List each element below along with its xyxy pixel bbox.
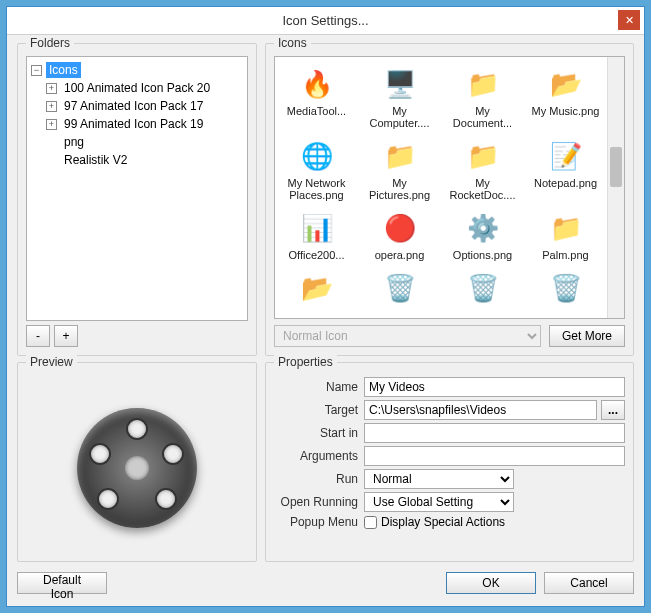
icon-my-computer-label: My Computer....: [364, 105, 436, 129]
arguments-label: Arguments: [274, 449, 364, 463]
tree-item[interactable]: 99 Animated Icon Pack 19: [61, 116, 206, 132]
add-folder-button[interactable]: +: [54, 325, 78, 347]
icon-row5-a-glyph: 📂: [298, 269, 336, 307]
get-more-button[interactable]: Get More: [549, 325, 625, 347]
icon-row5-d[interactable]: 🗑️: [524, 267, 607, 311]
open-running-select[interactable]: Use Global Setting: [364, 492, 514, 512]
tree-expand-icon[interactable]: +: [46, 119, 57, 130]
icons-label: Icons: [274, 36, 311, 50]
icon-my-documents[interactable]: 📁My Document...: [441, 63, 524, 131]
icon-office-label: Office200...: [288, 249, 344, 261]
content-area: Folders − Icons +100 Animated Icon Pack …: [7, 35, 644, 606]
name-input[interactable]: [364, 377, 625, 397]
run-select[interactable]: Normal: [364, 469, 514, 489]
target-input[interactable]: [364, 400, 597, 420]
startin-input[interactable]: [364, 423, 625, 443]
default-icon-button[interactable]: Default Icon: [17, 572, 107, 594]
browse-button[interactable]: ...: [601, 400, 625, 420]
icon-my-music[interactable]: 📂My Music.png: [524, 63, 607, 131]
display-special-label: Display Special Actions: [381, 515, 505, 529]
tree-expand-icon[interactable]: +: [46, 83, 57, 94]
icon-my-network-glyph: 🌐: [298, 137, 336, 175]
icon-notepad-label: Notepad.png: [534, 177, 597, 189]
startin-label: Start in: [274, 426, 364, 440]
dialog-buttons: Default Icon OK Cancel: [17, 568, 634, 598]
icon-row5-d-glyph: 🗑️: [547, 269, 585, 307]
icon-my-pictures-glyph: 📁: [381, 137, 419, 175]
icon-rocketdock[interactable]: 📁My RocketDoc....: [441, 135, 524, 203]
tree-root[interactable]: Icons: [46, 62, 81, 78]
folders-label: Folders: [26, 36, 74, 50]
icon-palm-glyph: 📁: [547, 209, 585, 247]
icon-mediatool[interactable]: 🔥MediaTool...: [275, 63, 358, 131]
icon-palm[interactable]: 📁Palm.png: [524, 207, 607, 263]
icons-listview: 🔥MediaTool...🖥️My Computer....📁My Docume…: [274, 56, 625, 319]
icon-my-network-label: My Network Places.png: [281, 177, 353, 201]
icon-type-select[interactable]: Normal Icon: [274, 325, 541, 347]
icon-my-music-glyph: 📂: [547, 65, 585, 103]
icon-options[interactable]: ⚙️Options.png: [441, 207, 524, 263]
close-button[interactable]: ✕: [618, 10, 640, 30]
icon-office-glyph: 📊: [298, 209, 336, 247]
properties-group: Properties Name Target ... Start in Argu…: [265, 362, 634, 562]
remove-folder-button[interactable]: -: [26, 325, 50, 347]
icon-my-computer[interactable]: 🖥️My Computer....: [358, 63, 441, 131]
icon-options-label: Options.png: [453, 249, 512, 261]
cancel-button[interactable]: Cancel: [544, 572, 634, 594]
icon-my-pictures-label: My Pictures.png: [364, 177, 436, 201]
icons-scrollbar[interactable]: [607, 57, 624, 318]
open-running-label: Open Running: [274, 495, 364, 509]
icon-row5-b[interactable]: 🗑️: [358, 267, 441, 311]
icon-row5-c[interactable]: 🗑️: [441, 267, 524, 311]
icon-options-glyph: ⚙️: [464, 209, 502, 247]
icon-my-pictures[interactable]: 📁My Pictures.png: [358, 135, 441, 203]
icon-my-documents-glyph: 📁: [464, 65, 502, 103]
window-title: Icon Settings...: [283, 13, 369, 28]
icon-opera[interactable]: 🔴opera.png: [358, 207, 441, 263]
icon-opera-glyph: 🔴: [381, 209, 419, 247]
ok-button[interactable]: OK: [446, 572, 536, 594]
icon-row5-a[interactable]: 📂: [275, 267, 358, 311]
popup-menu-label: Popup Menu: [274, 515, 364, 529]
dialog-window: Icon Settings... ✕ Folders − Icons +100 …: [6, 6, 645, 607]
arguments-input[interactable]: [364, 446, 625, 466]
icon-rocketdock-glyph: 📁: [464, 137, 502, 175]
preview-label: Preview: [26, 355, 77, 369]
tree-item[interactable]: 97 Animated Icon Pack 17: [61, 98, 206, 114]
preview-image: [26, 377, 248, 559]
film-reel-icon: [77, 408, 197, 528]
icons-group: Icons 🔥MediaTool...🖥️My Computer....📁My …: [265, 43, 634, 356]
properties-label: Properties: [274, 355, 337, 369]
display-special-checkbox[interactable]: [364, 516, 377, 529]
preview-group: Preview: [17, 362, 257, 562]
tree-item[interactable]: png: [61, 134, 87, 150]
target-label: Target: [274, 403, 364, 417]
icon-row5-b-glyph: 🗑️: [381, 269, 419, 307]
name-label: Name: [274, 380, 364, 394]
icon-notepad-glyph: 📝: [547, 137, 585, 175]
tree-item[interactable]: 100 Animated Icon Pack 20: [61, 80, 213, 96]
tree-expand-icon[interactable]: +: [46, 101, 57, 112]
icon-my-network[interactable]: 🌐My Network Places.png: [275, 135, 358, 203]
icon-opera-label: opera.png: [375, 249, 425, 261]
tree-item[interactable]: Realistik V2: [61, 152, 130, 168]
icon-palm-label: Palm.png: [542, 249, 588, 261]
icon-my-music-label: My Music.png: [532, 105, 600, 117]
icon-mediatool-label: MediaTool...: [287, 105, 346, 117]
icon-office[interactable]: 📊Office200...: [275, 207, 358, 263]
icon-rocketdock-label: My RocketDoc....: [447, 177, 519, 201]
titlebar: Icon Settings... ✕: [7, 7, 644, 35]
icon-row5-c-glyph: 🗑️: [464, 269, 502, 307]
tree-collapse-icon[interactable]: −: [31, 65, 42, 76]
run-label: Run: [274, 472, 364, 486]
icon-my-computer-glyph: 🖥️: [381, 65, 419, 103]
folder-tree[interactable]: − Icons +100 Animated Icon Pack 20 +97 A…: [26, 56, 248, 321]
icon-notepad[interactable]: 📝Notepad.png: [524, 135, 607, 203]
icon-mediatool-glyph: 🔥: [298, 65, 336, 103]
icon-my-documents-label: My Document...: [447, 105, 519, 129]
folders-group: Folders − Icons +100 Animated Icon Pack …: [17, 43, 257, 356]
